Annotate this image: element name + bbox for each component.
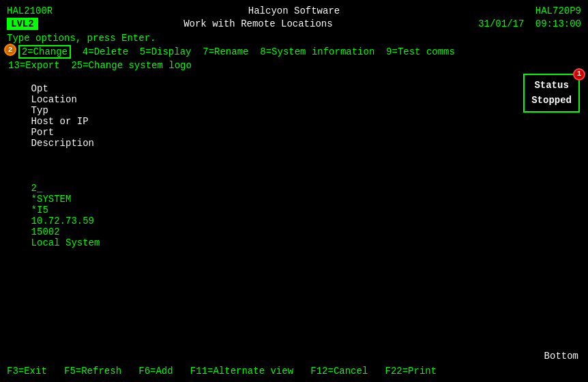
row-host: 10.72.73.59 <box>31 216 129 226</box>
row-description: Local System <box>31 237 100 248</box>
header-row2: LVL2 Work with Remote Locations 31/01/17… <box>7 18 581 30</box>
annotation-circle-2: 2 <box>4 44 16 56</box>
annotation-circle-1: 1 <box>573 68 585 80</box>
column-headers: Opt Location Typ Host or IP Port Descrip… <box>7 72 581 171</box>
col-location: Location <box>31 94 83 105</box>
page-title: Work with Remote Locations <box>38 18 479 29</box>
system-id-right: HAL720P9 <box>535 5 581 16</box>
row-location: *SYSTEM <box>31 194 83 205</box>
level-badge: LVL2 <box>7 18 38 30</box>
options-line2: 13=Export 25=Change system logo <box>7 60 581 71</box>
app-title: Halcyon Software <box>53 5 535 16</box>
status-label: Status <box>531 78 572 93</box>
level-badge-wrapper: LVL2 <box>7 18 38 30</box>
col-port: Port <box>31 127 65 138</box>
options-rest-line1: 4=Delete 5=Display 7=Rename 8=System inf… <box>71 46 455 57</box>
date-time: 31/01/17 09:13:00 <box>478 18 581 29</box>
col-description: Description <box>31 138 151 149</box>
date: 31/01/17 <box>478 18 524 29</box>
options-line1: 2 2=Change 4=Delete 5=Display 7=Rename 8… <box>7 45 581 59</box>
instructions-line: Type options, press Enter. <box>7 33 581 44</box>
header-row1: HAL2100R Halcyon Software HAL720P9 <box>7 5 581 16</box>
status-value: Stopped <box>531 93 572 108</box>
col-host: Host or IP <box>31 116 129 127</box>
main-screen: HAL2100R Halcyon Software HAL720P9 LVL2 … <box>0 0 588 382</box>
bottom-label: Bottom <box>544 351 578 362</box>
row-typ: *I5 <box>31 205 55 216</box>
col-opt: Opt <box>31 83 55 94</box>
time: 09:13:00 <box>535 18 581 29</box>
row-port: 15002 <box>31 226 65 237</box>
table-row: 2_ *SYSTEM *I5 10.72.73.59 15002 Local S… <box>7 172 581 259</box>
row-opt: 2_ <box>31 183 55 194</box>
change-option-box: 2=Change <box>18 45 71 59</box>
status-box: 1 Status Stopped <box>523 74 580 113</box>
col-typ: Typ <box>31 105 55 116</box>
function-keys-bar: F3=Exit F5=Refresh F6=Add F11=Alternate … <box>7 366 437 377</box>
system-id-left: HAL2100R <box>7 5 53 16</box>
